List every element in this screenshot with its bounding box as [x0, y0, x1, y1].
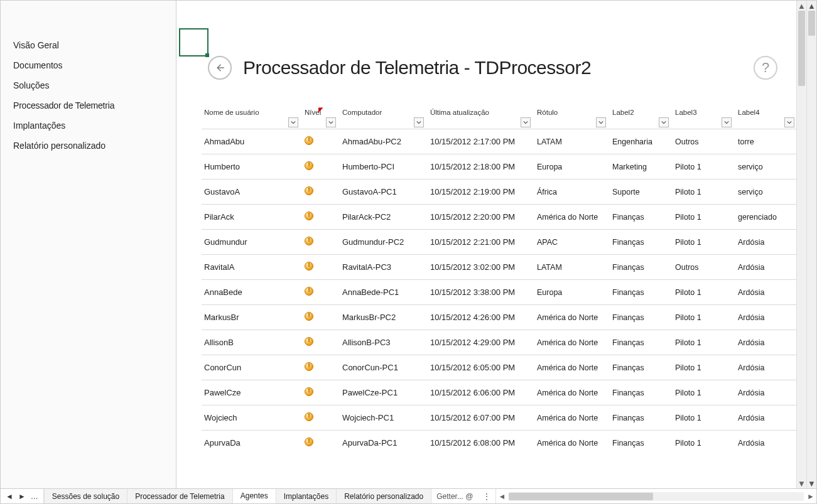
cell-computer[interactable]: AnnaBede-PC1 — [340, 280, 428, 305]
cell-label4: Ardósia — [735, 230, 796, 255]
filter-button-computer[interactable] — [414, 117, 424, 127]
table-row[interactable]: GudmundurGudmundur-PC210/15/2012 2:21:00… — [202, 230, 796, 255]
cell-user[interactable]: MarkusBr — [202, 305, 302, 330]
cell-label4: gerenciado — [735, 205, 796, 230]
table-row[interactable]: PawelCzePawelCze-PC110/15/2012 6:06:00 P… — [202, 380, 796, 405]
chevron-down-icon — [416, 120, 421, 125]
cell-level — [302, 205, 340, 230]
cell-computer[interactable]: ConorCun-PC1 — [340, 355, 428, 380]
table-row[interactable]: PilarAckPilarAck-PC210/15/2012 2:20:00 P… — [202, 205, 796, 230]
cell-label3: Piloto 1 — [673, 230, 735, 255]
cell-computer[interactable]: Wojciech-PC1 — [340, 405, 428, 431]
scroll-thumb[interactable] — [798, 11, 805, 86]
sheet-tab[interactable]: Agentes — [233, 489, 276, 503]
col-header-level: Nível ◤ — [302, 105, 340, 129]
warning-icon — [305, 437, 313, 446]
cell-computer[interactable]: Gudmundur-PC2 — [340, 230, 428, 255]
filter-button-rotulo[interactable] — [596, 117, 606, 127]
sheet-nav-more-icon[interactable]: … — [30, 492, 40, 501]
horizontal-scrollbar[interactable]: ◄ ► — [495, 489, 816, 503]
scroll-up-icon[interactable]: ▲ — [797, 1, 806, 11]
sheet-tab-bar: ◄ ► … Sessões de soluçãoProcessador de T… — [1, 488, 816, 503]
cell-level — [302, 129, 340, 154]
cell-computer[interactable]: ApurvaDa-PC1 — [340, 431, 428, 456]
cell-computer[interactable]: RavitalA-PC3 — [340, 255, 428, 280]
sidebar-item-deployments[interactable]: Implantações — [1, 115, 176, 136]
warning-icon — [305, 362, 313, 371]
table-row[interactable]: AllisonBAllisonB-PC310/15/2012 4:29:00 P… — [202, 330, 796, 355]
cell-computer[interactable]: MarkusBr-PC2 — [340, 305, 428, 330]
cell-computer[interactable]: PilarAck-PC2 — [340, 205, 428, 230]
sidebar-item-overview[interactable]: Visão Geral — [1, 35, 176, 55]
sheet-tab-menu-icon[interactable]: ⋮ — [478, 489, 495, 503]
sidebar-item-telemetry-processor[interactable]: Processador de Telemetria — [1, 95, 176, 115]
sheet-tab[interactable]: Relatório personalizado — [337, 489, 431, 503]
scroll-right-icon[interactable]: ► — [805, 489, 816, 503]
cell-computer[interactable]: PawelCze-PC1 — [340, 380, 428, 405]
cell-user[interactable]: Gudmundur — [202, 230, 302, 255]
cell-user[interactable]: Wojciech — [202, 405, 302, 431]
cell-rotulo: APAC — [534, 230, 610, 255]
filter-button-updated[interactable] — [521, 117, 531, 127]
selected-cell-indicator[interactable] — [179, 28, 208, 56]
table-row[interactable]: ApurvaDaApurvaDa-PC110/15/2012 6:08:00 P… — [202, 431, 796, 456]
cell-user[interactable]: AhmadAbu — [202, 129, 302, 154]
sidebar-item-documents[interactable]: Documentos — [1, 55, 176, 75]
sidebar-item-custom-report[interactable]: Relatório personalizado — [1, 136, 176, 156]
filter-button-label2[interactable] — [659, 117, 669, 127]
sheet-nav-controls: ◄ ► … — [1, 489, 44, 503]
cell-rotulo: América do Norte — [534, 431, 610, 456]
table-row[interactable]: HumbertoHumberto-PCI10/15/2012 2:18:00 P… — [202, 154, 796, 180]
sidebar-item-solutions[interactable]: Soluções — [1, 75, 176, 95]
filter-button-level[interactable] — [326, 117, 336, 127]
scroll-track[interactable] — [797, 11, 806, 478]
sheet-tabs: Sessões de soluçãoProcessador de Telemet… — [44, 489, 431, 503]
outer-vertical-scrollbar[interactable]: ▲ ▼ — [806, 1, 816, 488]
filter-button-label4[interactable] — [784, 117, 794, 127]
cell-user[interactable]: PilarAck — [202, 205, 302, 230]
table-row[interactable]: MarkusBrMarkusBr-PC210/15/2012 4:26:00 P… — [202, 305, 796, 330]
cell-updated: 10/15/2012 2:19:00 PM — [428, 180, 534, 205]
inner-vertical-scrollbar[interactable]: ▲ ▼ — [796, 1, 806, 488]
cell-user[interactable]: AnnaBede — [202, 280, 302, 305]
table-row[interactable]: WojciechWojciech-PC110/15/2012 6:07:00 P… — [202, 405, 796, 431]
cell-label4: torre — [735, 129, 796, 154]
scroll-left-icon[interactable]: ◄ — [496, 489, 507, 503]
table-row[interactable]: RavitalARavitalA-PC310/15/2012 3:02:00 P… — [202, 255, 796, 280]
table-row[interactable]: ConorCunConorCun-PC110/15/2012 6:05:00 P… — [202, 355, 796, 380]
scroll-down-icon[interactable]: ▼ — [807, 478, 816, 488]
scroll-thumb[interactable] — [808, 11, 815, 36]
table-row[interactable]: GustavoAGustavoA-PC110/15/2012 2:19:00 P… — [202, 180, 796, 205]
sheet-tab[interactable]: Processador de Telemetria — [127, 489, 233, 503]
table-row[interactable]: AhmadAbuAhmadAbu-PC210/15/2012 2:17:00 P… — [202, 129, 796, 154]
cell-computer[interactable]: AllisonB-PC3 — [340, 330, 428, 355]
back-button[interactable] — [208, 56, 232, 80]
cell-user[interactable]: ConorCun — [202, 355, 302, 380]
cell-computer[interactable]: GustavoA-PC1 — [340, 180, 428, 205]
sheet-tab[interactable]: Implantações — [276, 489, 337, 503]
scroll-up-icon[interactable]: ▲ — [807, 1, 816, 11]
cell-computer[interactable]: AhmadAbu-PC2 — [340, 129, 428, 154]
scroll-track[interactable] — [807, 11, 816, 478]
cell-user[interactable]: RavitalA — [202, 255, 302, 280]
scroll-thumb[interactable] — [509, 493, 653, 500]
col-header-user: Nome de usuário — [202, 105, 302, 129]
cell-label2: Finanças — [610, 255, 673, 280]
cell-user[interactable]: PawelCze — [202, 380, 302, 405]
cell-label2: Finanças — [610, 230, 673, 255]
table-row[interactable]: AnnaBedeAnnaBede-PC110/15/2012 3:38:00 P… — [202, 280, 796, 305]
sheet-tab[interactable]: Sessões de solução — [44, 489, 127, 503]
cell-user[interactable]: Humberto — [202, 154, 302, 180]
cell-user[interactable]: GustavoA — [202, 180, 302, 205]
sheet-tab-extra[interactable]: Getter... @ — [431, 489, 478, 503]
filter-button-label3[interactable] — [722, 117, 732, 127]
sheet-nav-prev-icon[interactable]: ◄ — [4, 492, 14, 501]
cell-user[interactable]: AllisonB — [202, 330, 302, 355]
cell-computer[interactable]: Humberto-PCI — [340, 154, 428, 180]
cell-user[interactable]: ApurvaDa — [202, 431, 302, 456]
scroll-down-icon[interactable]: ▼ — [797, 478, 806, 488]
filter-button-user[interactable] — [288, 117, 298, 127]
sheet-nav-next-icon[interactable]: ► — [17, 492, 27, 501]
help-button[interactable]: ? — [754, 56, 777, 80]
scroll-track[interactable] — [509, 492, 804, 501]
